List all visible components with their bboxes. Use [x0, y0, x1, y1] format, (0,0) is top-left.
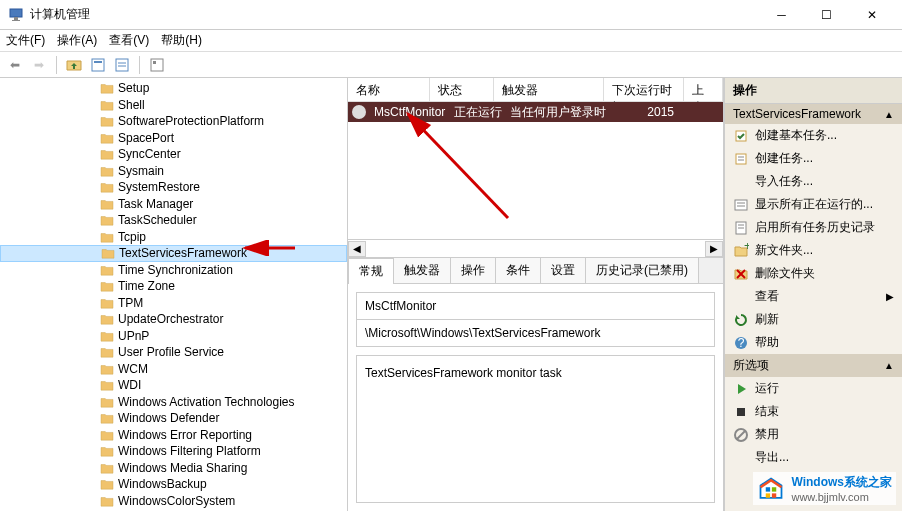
- tree-item-timesynchronization[interactable]: Time Synchronization: [0, 262, 347, 279]
- task-name-field[interactable]: MsCtfMonitor: [356, 292, 715, 320]
- actions-group1-title: TextServicesFramework: [733, 107, 861, 121]
- col-name[interactable]: 名称: [348, 78, 430, 101]
- watermark-line1: Windows系统之家: [791, 474, 892, 491]
- col-last[interactable]: 上次: [684, 78, 723, 101]
- tree-item-windowserrorreporting[interactable]: Windows Error Reporting: [0, 427, 347, 444]
- action-新文件夹[interactable]: +新文件夹...: [725, 239, 902, 262]
- toolbar-btn-4[interactable]: [146, 54, 168, 76]
- action-导入任务[interactable]: 导入任务...: [725, 170, 902, 193]
- tree-item-windowsactivationtechnologies[interactable]: Windows Activation Technologies: [0, 394, 347, 411]
- action-禁用[interactable]: 禁用: [725, 423, 902, 446]
- action-label: 运行: [755, 380, 779, 397]
- list-icon: [733, 197, 749, 213]
- collapse-icon: ▲: [884, 360, 894, 371]
- task-desc-field[interactable]: TextServicesFramework monitor task: [356, 355, 715, 503]
- action-label: 创建基本任务...: [755, 127, 837, 144]
- action-创建任务[interactable]: 创建任务...: [725, 147, 902, 170]
- tree-item-textservicesframework[interactable]: TextServicesFramework: [0, 245, 347, 262]
- col-nextrun[interactable]: 下次运行时间: [604, 78, 684, 101]
- tree-item-windowscolorsystem[interactable]: WindowsColorSystem: [0, 493, 347, 510]
- action-结束[interactable]: 结束: [725, 400, 902, 423]
- svg-rect-2: [12, 20, 20, 21]
- tab-history[interactable]: 历史记录(已禁用): [585, 257, 699, 283]
- tree-item-synccenter[interactable]: SyncCenter: [0, 146, 347, 163]
- tree-item-label: User Profile Service: [118, 345, 224, 359]
- tab-conditions[interactable]: 条件: [495, 257, 541, 283]
- nav-back-button[interactable]: ⬅: [4, 54, 26, 76]
- minimize-button[interactable]: ─: [759, 0, 804, 30]
- scroll-left-button[interactable]: ◀: [348, 241, 366, 257]
- tree-item-shell[interactable]: Shell: [0, 97, 347, 114]
- actions-group2-header[interactable]: 所选项 ▲: [725, 354, 902, 377]
- action-label: 查看: [755, 288, 779, 305]
- svg-rect-8: [151, 59, 163, 71]
- toolbar-btn-3[interactable]: [111, 54, 133, 76]
- action-删除文件夹[interactable]: 删除文件夹: [725, 262, 902, 285]
- action-启用所有任务历史记录[interactable]: 启用所有任务历史记录: [725, 216, 902, 239]
- tab-settings[interactable]: 设置: [540, 257, 586, 283]
- tree-item-updateorchestrator[interactable]: UpdateOrchestrator: [0, 311, 347, 328]
- tree-item-upnp[interactable]: UPnP: [0, 328, 347, 345]
- tree-item-label: Windows Activation Technologies: [118, 395, 295, 409]
- svg-rect-31: [772, 487, 776, 491]
- action-label: 显示所有正在运行的...: [755, 196, 873, 213]
- tree-item-timezone[interactable]: Time Zone: [0, 278, 347, 295]
- nav-forward-button[interactable]: ➡: [28, 54, 50, 76]
- tree-item-label: Windows Defender: [118, 411, 219, 425]
- task-status-icon: [352, 105, 366, 119]
- tree-item-softwareprotectionplatform[interactable]: SoftwareProtectionPlatform: [0, 113, 347, 130]
- menu-file[interactable]: 文件(F): [6, 32, 45, 49]
- tree-item-userprofileservice[interactable]: User Profile Service: [0, 344, 347, 361]
- tree-item-systemrestore[interactable]: SystemRestore: [0, 179, 347, 196]
- action-导出[interactable]: 导出...: [725, 446, 902, 469]
- scroll-right-button[interactable]: ▶: [705, 241, 723, 257]
- actions-group1-header[interactable]: TextServicesFramework ▲: [725, 104, 902, 124]
- tree-item-sysmain[interactable]: Sysmain: [0, 163, 347, 180]
- menu-help[interactable]: 帮助(H): [161, 32, 202, 49]
- tree-item-label: SyncCenter: [118, 147, 181, 161]
- action-刷新[interactable]: 刷新: [725, 308, 902, 331]
- task-list-hscroll[interactable]: ◀ ▶: [348, 239, 723, 257]
- task-row-selected[interactable]: MsCtfMonitor 正在运行 当任何用户登录时 2015: [348, 102, 723, 122]
- tree-item-wdi[interactable]: WDI: [0, 377, 347, 394]
- action-显示所有正在运行的[interactable]: 显示所有正在运行的...: [725, 193, 902, 216]
- tree-item-label: Shell: [118, 98, 145, 112]
- col-triggers[interactable]: 触发器: [494, 78, 604, 101]
- tree-item-spaceport[interactable]: SpacePort: [0, 130, 347, 147]
- col-status[interactable]: 状态: [430, 78, 494, 101]
- tree-item-setup[interactable]: Setup: [0, 80, 347, 97]
- tree-item-label: Windows Error Reporting: [118, 428, 252, 442]
- tree-item-windowsbackup[interactable]: WindowsBackup: [0, 476, 347, 493]
- tree-item-tpm[interactable]: TPM: [0, 295, 347, 312]
- tree-item-label: Sysmain: [118, 164, 164, 178]
- up-button[interactable]: [63, 54, 85, 76]
- tree-item-taskscheduler[interactable]: TaskScheduler: [0, 212, 347, 229]
- tree-item-label: WindowsColorSystem: [118, 494, 235, 508]
- action-运行[interactable]: 运行: [725, 377, 902, 400]
- tab-actions[interactable]: 操作: [450, 257, 496, 283]
- menu-action[interactable]: 操作(A): [57, 32, 97, 49]
- tree-item-wcm[interactable]: WCM: [0, 361, 347, 378]
- close-button[interactable]: ✕: [849, 0, 894, 30]
- menu-view[interactable]: 查看(V): [109, 32, 149, 49]
- action-查看[interactable]: 查看▶: [725, 285, 902, 308]
- watermark: Windows系统之家 www.bjjmlv.com: [753, 472, 896, 505]
- action-创建基本任务[interactable]: 创建基本任务...: [725, 124, 902, 147]
- tree-item-windowsmediasharing[interactable]: Windows Media Sharing: [0, 460, 347, 477]
- watermark-logo-icon: [757, 475, 785, 503]
- blank-icon: [733, 174, 749, 190]
- action-帮助[interactable]: ?帮助: [725, 331, 902, 354]
- maximize-button[interactable]: ☐: [804, 0, 849, 30]
- svg-line-28: [737, 431, 745, 439]
- toolbar-btn-2[interactable]: [87, 54, 109, 76]
- tab-general[interactable]: 常规: [348, 258, 394, 284]
- tree-item-windowsdefender[interactable]: Windows Defender: [0, 410, 347, 427]
- folder-tree[interactable]: SetupShellSoftwareProtectionPlatformSpac…: [0, 78, 348, 511]
- svg-rect-4: [94, 61, 102, 63]
- tab-triggers[interactable]: 触发器: [393, 257, 451, 283]
- tree-item-label: TPM: [118, 296, 143, 310]
- tree-item-tcpip[interactable]: Tcpip: [0, 229, 347, 246]
- svg-rect-12: [736, 154, 746, 164]
- tree-item-taskmanager[interactable]: Task Manager: [0, 196, 347, 213]
- tree-item-windowsfilteringplatform[interactable]: Windows Filtering Platform: [0, 443, 347, 460]
